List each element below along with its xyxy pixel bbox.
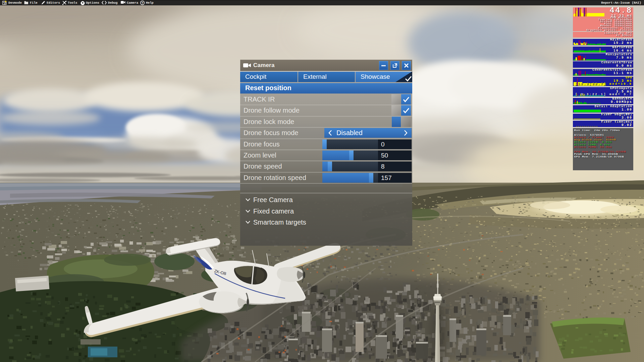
svg-text:?: ? — [142, 2, 143, 5]
